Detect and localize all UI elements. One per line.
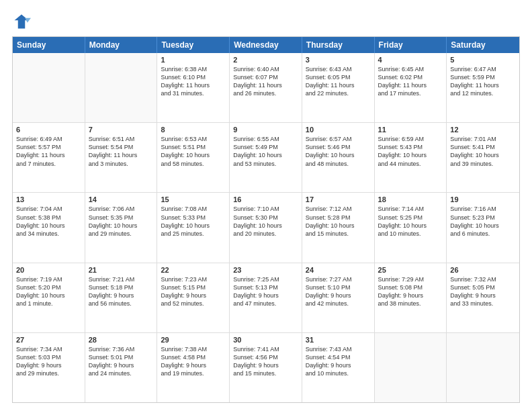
calendar-cell-4: 4Sunrise: 6:45 AM Sunset: 6:02 PM Daylig… — [375, 53, 447, 122]
header-day-wednesday: Wednesday — [230, 37, 302, 53]
header-day-monday: Monday — [85, 37, 158, 53]
calendar-cell-6: 6Sunrise: 6:49 AM Sunset: 5:57 PM Daylig… — [13, 123, 85, 192]
cell-info: Sunrise: 7:16 AM Sunset: 5:23 PM Dayligh… — [450, 205, 516, 238]
calendar-cell-21: 21Sunrise: 7:21 AM Sunset: 5:18 PM Dayli… — [85, 263, 158, 332]
calendar-cell-12: 12Sunrise: 7:01 AM Sunset: 5:41 PM Dayli… — [447, 123, 519, 192]
calendar-cell-15: 15Sunrise: 7:08 AM Sunset: 5:33 PM Dayli… — [157, 193, 230, 262]
cell-info: Sunrise: 6:59 AM Sunset: 5:43 PM Dayligh… — [378, 135, 443, 168]
logo-icon — [12, 12, 31, 31]
cell-info: Sunrise: 7:38 AM Sunset: 4:58 PM Dayligh… — [161, 345, 226, 378]
calendar-cell-empty — [13, 53, 85, 122]
cell-info: Sunrise: 6:47 AM Sunset: 5:59 PM Dayligh… — [450, 65, 516, 98]
day-number: 29 — [161, 336, 226, 344]
day-number: 30 — [233, 336, 298, 344]
cell-info: Sunrise: 7:14 AM Sunset: 5:25 PM Dayligh… — [378, 205, 443, 238]
calendar-cell-3: 3Sunrise: 6:43 AM Sunset: 6:05 PM Daylig… — [302, 53, 375, 122]
day-number: 24 — [306, 266, 371, 274]
day-number: 10 — [306, 126, 371, 134]
calendar-cell-13: 13Sunrise: 7:04 AM Sunset: 5:38 PM Dayli… — [13, 193, 85, 262]
calendar-cell-27: 27Sunrise: 7:34 AM Sunset: 5:03 PM Dayli… — [13, 333, 85, 402]
calendar-cell-29: 29Sunrise: 7:38 AM Sunset: 4:58 PM Dayli… — [157, 333, 230, 402]
cell-info: Sunrise: 7:27 AM Sunset: 5:10 PM Dayligh… — [306, 275, 371, 308]
day-number: 23 — [233, 266, 298, 274]
calendar-cell-empty — [375, 333, 447, 402]
cell-info: Sunrise: 7:32 AM Sunset: 5:05 PM Dayligh… — [450, 275, 516, 308]
cell-info: Sunrise: 6:55 AM Sunset: 5:49 PM Dayligh… — [233, 135, 298, 168]
day-number: 4 — [378, 56, 443, 64]
calendar-cell-2: 2Sunrise: 6:40 AM Sunset: 6:07 PM Daylig… — [230, 53, 302, 122]
calendar-header: SundayMondayTuesdayWednesdayThursdayFrid… — [13, 37, 519, 53]
cell-info: Sunrise: 7:19 AM Sunset: 5:20 PM Dayligh… — [16, 275, 81, 308]
calendar-cell-22: 22Sunrise: 7:23 AM Sunset: 5:15 PM Dayli… — [157, 263, 230, 332]
day-number: 18 — [378, 195, 443, 203]
calendar-cell-17: 17Sunrise: 7:12 AM Sunset: 5:28 PM Dayli… — [302, 193, 375, 262]
cell-info: Sunrise: 7:04 AM Sunset: 5:38 PM Dayligh… — [16, 205, 81, 238]
calendar-row-2: 13Sunrise: 7:04 AM Sunset: 5:38 PM Dayli… — [13, 192, 519, 262]
cell-info: Sunrise: 6:40 AM Sunset: 6:07 PM Dayligh… — [233, 65, 298, 98]
day-number: 6 — [16, 126, 81, 134]
day-number: 19 — [450, 195, 516, 203]
cell-info: Sunrise: 6:45 AM Sunset: 6:02 PM Dayligh… — [378, 65, 443, 98]
logo — [12, 12, 34, 31]
svg-marker-0 — [15, 15, 29, 29]
day-number: 25 — [378, 266, 443, 274]
day-number: 15 — [161, 195, 226, 203]
header-day-thursday: Thursday — [302, 37, 375, 53]
calendar-cell-25: 25Sunrise: 7:29 AM Sunset: 5:08 PM Dayli… — [375, 263, 447, 332]
cell-info: Sunrise: 7:23 AM Sunset: 5:15 PM Dayligh… — [161, 275, 226, 308]
calendar-cell-28: 28Sunrise: 7:36 AM Sunset: 5:01 PM Dayli… — [85, 333, 158, 402]
calendar-cell-empty — [447, 333, 519, 402]
header-day-tuesday: Tuesday — [157, 37, 230, 53]
cell-info: Sunrise: 7:01 AM Sunset: 5:41 PM Dayligh… — [450, 135, 516, 168]
calendar-cell-31: 31Sunrise: 7:43 AM Sunset: 4:54 PM Dayli… — [302, 333, 375, 402]
day-number: 31 — [306, 336, 371, 344]
calendar-cell-8: 8Sunrise: 6:53 AM Sunset: 5:51 PM Daylig… — [157, 123, 230, 192]
cell-info: Sunrise: 6:53 AM Sunset: 5:51 PM Dayligh… — [161, 135, 226, 168]
calendar-cell-30: 30Sunrise: 7:41 AM Sunset: 4:56 PM Dayli… — [230, 333, 302, 402]
calendar-cell-11: 11Sunrise: 6:59 AM Sunset: 5:43 PM Dayli… — [375, 123, 447, 192]
day-number: 14 — [89, 195, 154, 203]
calendar-row-4: 27Sunrise: 7:34 AM Sunset: 5:03 PM Dayli… — [13, 332, 519, 402]
day-number: 8 — [161, 126, 226, 134]
cell-info: Sunrise: 7:29 AM Sunset: 5:08 PM Dayligh… — [378, 275, 443, 308]
calendar-row-3: 20Sunrise: 7:19 AM Sunset: 5:20 PM Dayli… — [13, 263, 519, 332]
calendar-cell-5: 5Sunrise: 6:47 AM Sunset: 5:59 PM Daylig… — [447, 53, 519, 122]
header-day-sunday: Sunday — [13, 37, 85, 53]
day-number: 16 — [233, 195, 298, 203]
day-number: 27 — [16, 336, 81, 344]
calendar-cell-26: 26Sunrise: 7:32 AM Sunset: 5:05 PM Dayli… — [447, 263, 519, 332]
day-number: 13 — [16, 195, 81, 203]
cell-info: Sunrise: 7:06 AM Sunset: 5:35 PM Dayligh… — [89, 205, 154, 238]
day-number: 20 — [16, 266, 81, 274]
cell-info: Sunrise: 6:43 AM Sunset: 6:05 PM Dayligh… — [306, 65, 371, 98]
day-number: 28 — [89, 336, 154, 344]
calendar-row-1: 6Sunrise: 6:49 AM Sunset: 5:57 PM Daylig… — [13, 122, 519, 192]
calendar: SundayMondayTuesdayWednesdayThursdayFrid… — [12, 36, 520, 403]
calendar-cell-1: 1Sunrise: 6:38 AM Sunset: 6:10 PM Daylig… — [157, 53, 230, 122]
calendar-cell-18: 18Sunrise: 7:14 AM Sunset: 5:25 PM Dayli… — [375, 193, 447, 262]
calendar-cell-empty — [85, 53, 158, 122]
header-day-friday: Friday — [375, 37, 447, 53]
calendar-body: 1Sunrise: 6:38 AM Sunset: 6:10 PM Daylig… — [13, 53, 519, 402]
day-number: 12 — [450, 126, 516, 134]
calendar-cell-7: 7Sunrise: 6:51 AM Sunset: 5:54 PM Daylig… — [85, 123, 158, 192]
cell-info: Sunrise: 6:57 AM Sunset: 5:46 PM Dayligh… — [306, 135, 371, 168]
day-number: 9 — [233, 126, 298, 134]
cell-info: Sunrise: 7:12 AM Sunset: 5:28 PM Dayligh… — [306, 205, 371, 238]
calendar-row-0: 1Sunrise: 6:38 AM Sunset: 6:10 PM Daylig… — [13, 53, 519, 122]
day-number: 1 — [161, 56, 226, 64]
calendar-cell-23: 23Sunrise: 7:25 AM Sunset: 5:13 PM Dayli… — [230, 263, 302, 332]
day-number: 26 — [450, 266, 516, 274]
cell-info: Sunrise: 7:34 AM Sunset: 5:03 PM Dayligh… — [16, 345, 81, 378]
header-day-saturday: Saturday — [447, 37, 519, 53]
cell-info: Sunrise: 6:51 AM Sunset: 5:54 PM Dayligh… — [89, 135, 154, 168]
calendar-cell-14: 14Sunrise: 7:06 AM Sunset: 5:35 PM Dayli… — [85, 193, 158, 262]
day-number: 3 — [306, 56, 371, 64]
cell-info: Sunrise: 6:38 AM Sunset: 6:10 PM Dayligh… — [161, 65, 226, 98]
cell-info: Sunrise: 7:10 AM Sunset: 5:30 PM Dayligh… — [233, 205, 298, 238]
cell-info: Sunrise: 6:49 AM Sunset: 5:57 PM Dayligh… — [16, 135, 81, 168]
day-number: 17 — [306, 195, 371, 203]
cell-info: Sunrise: 7:21 AM Sunset: 5:18 PM Dayligh… — [89, 275, 154, 308]
calendar-cell-10: 10Sunrise: 6:57 AM Sunset: 5:46 PM Dayli… — [302, 123, 375, 192]
day-number: 22 — [161, 266, 226, 274]
